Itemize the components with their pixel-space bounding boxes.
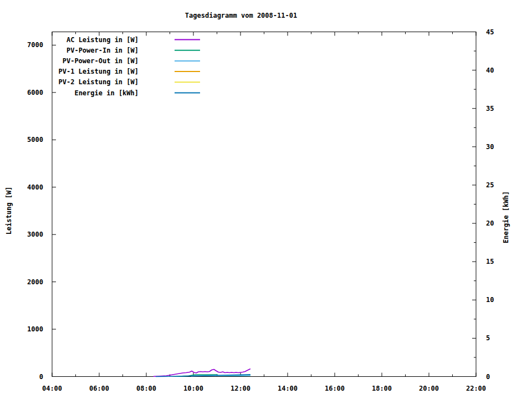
legend-label-pv1-leistung: PV-1 Leistung in [W]: [59, 68, 139, 75]
y-right-tick-label: 5: [486, 334, 490, 342]
y-left-tick-label: 2000: [27, 278, 43, 286]
y-left-tick-label: 5000: [27, 136, 43, 144]
y-left-tick-label: 6000: [27, 89, 43, 96]
y-right-tick-label: 10: [486, 296, 494, 304]
chart-page: Tagesdiagramm vom 2008-11-01 Leistung [W…: [0, 0, 532, 399]
y-left-tick-label: 7000: [27, 41, 43, 49]
x-tick-label: 18:00: [372, 385, 392, 392]
y-left-tick-label: 0: [39, 373, 43, 381]
x-tick-label: 20:00: [419, 385, 439, 392]
legend-label-ac-leistung: AC Leistung in [W]: [66, 36, 139, 44]
x-tick-label: 10:00: [183, 385, 203, 392]
chart-canvas: 04:0006:0008:0010:0012:0014:0016:0018:00…: [0, 0, 532, 399]
x-tick-label: 04:00: [42, 385, 62, 392]
x-tick-label: 14:00: [278, 385, 298, 392]
y-right-tick-label: 0: [486, 373, 490, 381]
y-left-tick-label: 3000: [27, 231, 43, 238]
y-right-tick-label: 20: [486, 219, 494, 227]
x-tick-label: 22:00: [466, 385, 486, 392]
y-right-tick-label: 25: [486, 181, 494, 189]
legend-label-pv-power-in: PV-Power-In in [W]: [66, 47, 139, 54]
y-right-tick-label: 45: [486, 28, 494, 36]
y-left-tick-label: 1000: [27, 325, 43, 333]
y-left-tick-label: 4000: [27, 183, 43, 191]
x-tick-label: 06:00: [89, 385, 109, 392]
legend-label-pv-power-out: PV-Power-Out in [W]: [63, 57, 139, 65]
legend-label-energie: Energie in [kWh]: [74, 89, 139, 97]
y-right-tick-label: 40: [486, 66, 494, 74]
y-right-tick-label: 30: [486, 143, 494, 151]
y-right-tick-label: 15: [486, 258, 494, 265]
y-right-tick-label: 35: [486, 105, 494, 112]
legend-label-pv2-leistung: PV-2 Leistung in [W]: [59, 78, 139, 86]
x-tick-label: 16:00: [325, 385, 345, 392]
x-tick-label: 12:00: [231, 385, 250, 392]
x-tick-label: 08:00: [136, 385, 156, 392]
